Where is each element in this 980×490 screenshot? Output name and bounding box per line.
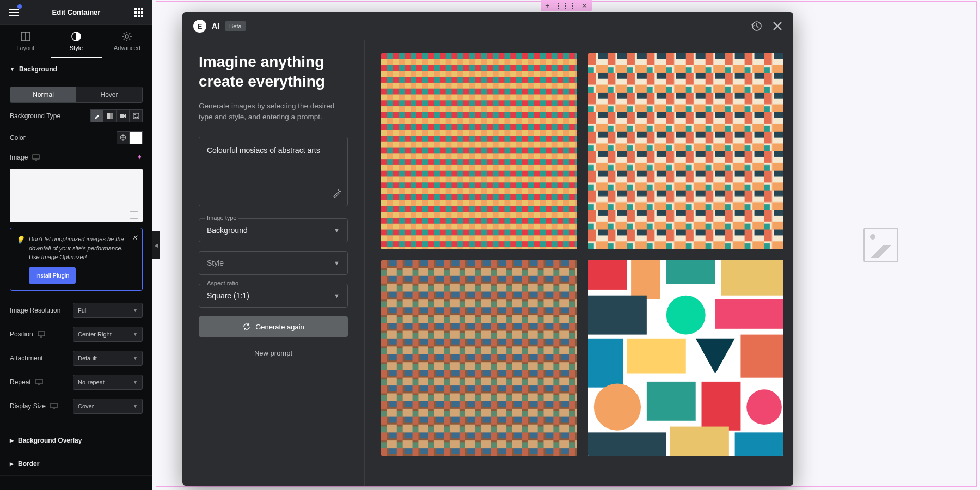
ai-sparkle-icon[interactable]: ✦ (137, 153, 143, 161)
select-image-type[interactable]: Image type Background ▼ (199, 218, 348, 242)
svg-rect-50 (721, 260, 783, 296)
prompt-input[interactable]: Colourful mosiacs of abstract arts (199, 137, 348, 206)
bg-video-icon[interactable] (117, 109, 130, 122)
svg-rect-56 (740, 334, 783, 377)
generate-again-button[interactable]: Generate again (199, 316, 348, 337)
refresh-icon (242, 322, 251, 331)
result-thumb[interactable] (588, 260, 784, 456)
select-value: Center Right (78, 331, 112, 338)
svg-rect-7 (138, 15, 140, 17)
image-upload-area[interactable] (10, 169, 143, 222)
svg-rect-39 (588, 53, 784, 249)
svg-rect-1 (138, 8, 140, 10)
section-bg-overlay[interactable]: ▶ Background Overlay (0, 429, 152, 452)
select-display-size[interactable]: Cover▼ (73, 399, 143, 414)
desktop-icon[interactable] (35, 379, 43, 385)
select-repeat[interactable]: No-repeat▼ (73, 375, 143, 390)
svg-rect-5 (141, 11, 143, 14)
enhance-prompt-icon[interactable] (332, 189, 341, 200)
history-icon[interactable] (751, 21, 762, 32)
label-resolution: Image Resolution (10, 307, 60, 314)
tip-text: Don't let unoptimized images be the down… (29, 236, 124, 260)
svg-rect-51 (588, 295, 647, 334)
svg-rect-8 (141, 15, 143, 17)
select-position[interactable]: Center Right▼ (73, 327, 143, 342)
bg-type-group (90, 109, 143, 122)
collapse-sidebar-button[interactable]: ◀ (152, 231, 160, 259)
svg-rect-25 (51, 403, 57, 408)
label-text: Position (10, 330, 33, 338)
label-image: Image (10, 154, 40, 161)
section-background[interactable]: ▼ Background (0, 58, 152, 81)
caret-down-icon: ▼ (334, 260, 340, 266)
svg-rect-6 (134, 15, 137, 17)
tab-layout[interactable]: Layout (0, 25, 51, 58)
color-swatch[interactable] (130, 131, 143, 144)
svg-rect-61 (588, 432, 666, 456)
seg-normal[interactable]: Normal (10, 87, 76, 102)
section-border[interactable]: ▶ Border (0, 452, 152, 476)
svg-point-57 (593, 383, 640, 430)
caret-down-icon: ▼ (133, 403, 138, 409)
svg-rect-49 (666, 260, 715, 284)
select-value: Default (78, 355, 97, 362)
modal-subtitle: Generate images by selecting the desired… (199, 101, 348, 123)
label-color: Color (10, 134, 26, 142)
desktop-icon[interactable] (32, 154, 40, 161)
install-plugin-button[interactable]: Install Plugin (29, 267, 76, 284)
add-icon[interactable]: + (545, 2, 549, 10)
svg-rect-3 (134, 11, 137, 14)
bg-gradient-icon[interactable] (103, 109, 117, 122)
desktop-icon[interactable] (38, 331, 45, 338)
color-group (117, 131, 143, 144)
result-thumb[interactable] (381, 260, 577, 456)
svg-rect-55 (627, 338, 685, 373)
results-grid (365, 40, 793, 486)
drag-icon[interactable]: ⋮⋮⋮ (555, 2, 576, 10)
caret-down-icon: ▼ (133, 308, 138, 313)
caret-right-icon: ▶ (10, 461, 14, 467)
select-value: Background (207, 226, 334, 235)
float-label: Image type (205, 215, 238, 221)
caret-right-icon: ▶ (10, 438, 14, 443)
svg-point-17 (134, 114, 136, 115)
section-label: Background Overlay (18, 437, 82, 444)
caret-down-icon: ▼ (133, 356, 138, 361)
ai-image-modal: E AI Beta Imagine anything create everyt… (182, 12, 793, 486)
select-style[interactable]: Style ▼ (199, 251, 348, 275)
select-resolution[interactable]: Full▼ (73, 303, 143, 318)
notification-dot-icon (17, 4, 22, 9)
desktop-icon[interactable] (50, 403, 58, 409)
row-image: Image ✦ (0, 149, 152, 166)
tab-advanced[interactable]: Advanced (102, 25, 152, 58)
svg-rect-0 (134, 8, 137, 10)
modal-heading: Imagine anything create everything (199, 52, 348, 92)
select-value: Full (78, 307, 88, 314)
seg-hover[interactable]: Hover (76, 87, 142, 102)
bg-slideshow-icon[interactable] (130, 109, 143, 122)
menu-button[interactable] (7, 5, 21, 20)
result-thumb[interactable] (381, 53, 577, 249)
tab-style[interactable]: Style (51, 25, 101, 58)
close-tip-icon[interactable]: ✕ (132, 232, 138, 243)
select-aspect-ratio[interactable]: Aspect ratio Square (1:1) ▼ (199, 284, 348, 308)
svg-rect-15 (120, 114, 124, 118)
prompt-text: Colourful mosiacs of abstract arts (207, 145, 340, 156)
svg-rect-33 (381, 53, 577, 249)
close-modal-icon[interactable] (773, 21, 782, 31)
widgets-grid-button[interactable] (132, 5, 146, 20)
select-value: Cover (78, 403, 94, 409)
float-label: Aspect ratio (205, 280, 241, 286)
svg-point-52 (666, 295, 705, 334)
image-placeholder-icon (863, 228, 898, 262)
row-color: Color (0, 127, 152, 149)
select-attachment[interactable]: Default▼ (73, 351, 143, 366)
tab-label: Layout (16, 45, 34, 51)
bg-classic-icon[interactable] (90, 109, 103, 122)
global-color-icon[interactable] (117, 131, 130, 144)
result-thumb[interactable] (588, 53, 784, 249)
section-label: Border (18, 460, 39, 468)
new-prompt-button[interactable]: New prompt (199, 345, 348, 362)
close-icon[interactable]: ✕ (581, 2, 587, 10)
tab-label: Advanced (114, 45, 140, 51)
